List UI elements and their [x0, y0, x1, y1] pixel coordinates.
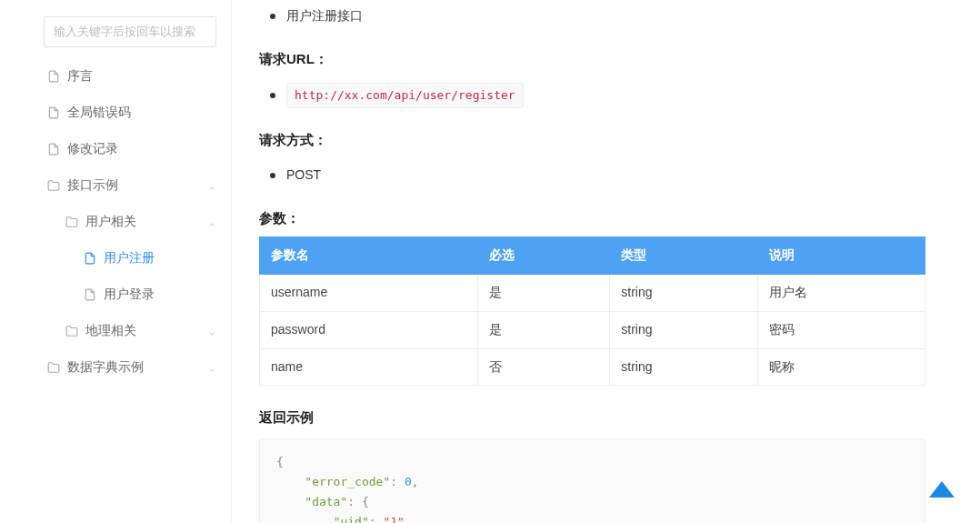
sidebar-item[interactable]: 修改记录	[0, 131, 231, 167]
request-method: POST	[286, 165, 321, 186]
code-token: ,	[412, 475, 419, 488]
table-cell: 否	[477, 348, 610, 386]
table-header-row: 参数名必选类型说明	[260, 237, 925, 275]
request-url: http://xx.com/api/user/register	[286, 83, 524, 108]
sidebar-item-label: 用户注册	[104, 250, 216, 267]
sidebar: 输入关键字后按回车以搜索 序言全局错误码修改记录接口示例用户相关用户注册用户登录…	[0, 0, 232, 523]
section-url-heading: 请求URL：	[259, 47, 925, 71]
file-icon	[47, 106, 60, 119]
code-line: {	[276, 452, 908, 472]
content: 用户注册接口 请求URL： http://xx.com/api/user/reg…	[232, 0, 980, 523]
sidebar-item[interactable]: 接口示例	[0, 167, 231, 204]
url-row: http://xx.com/api/user/register	[259, 77, 925, 114]
code-token	[276, 495, 305, 508]
table-cell: 密码	[757, 311, 925, 348]
section-response-heading: 返回示例	[259, 406, 925, 429]
file-icon	[47, 143, 60, 156]
sidebar-item[interactable]: 数据字典示例	[0, 349, 231, 386]
table-cell: 昵称	[757, 348, 925, 386]
table-header-cell: 必选	[477, 237, 610, 275]
code-token: "uid"	[334, 515, 369, 523]
params-table: 参数名必选类型说明 username是string用户名password是str…	[259, 236, 925, 386]
code-token: :	[390, 475, 405, 488]
folder-icon	[65, 216, 78, 228]
sidebar-item-label: 数据字典示例	[67, 359, 207, 376]
folder-icon	[47, 361, 60, 374]
method-row: POST	[259, 159, 925, 192]
table-row: username是string用户名	[260, 274, 925, 311]
file-icon	[84, 288, 96, 301]
intro-bullet-row: 用户注册接口	[259, 0, 925, 33]
bullet-icon	[270, 14, 275, 19]
file-icon	[47, 70, 60, 83]
code-token: : {	[347, 495, 368, 508]
chevron-down-icon	[207, 327, 216, 336]
back-to-top-button[interactable]	[929, 481, 955, 498]
table-cell: 是	[477, 311, 610, 348]
table-row: password是string密码	[260, 311, 925, 348]
bullet-icon	[270, 173, 275, 178]
sidebar-item-label: 接口示例	[67, 177, 207, 194]
sidebar-item-label: 全局错误码	[67, 105, 216, 121]
sidebar-item-label: 用户登录	[104, 287, 216, 303]
table-cell: 是	[477, 274, 610, 311]
section-method-heading: 请求方式：	[259, 128, 925, 152]
sidebar-item[interactable]: 用户注册	[0, 240, 231, 277]
table-cell: password	[260, 311, 478, 348]
table-cell: username	[260, 274, 478, 311]
bullet-icon	[270, 93, 275, 98]
code-token	[276, 475, 305, 488]
sidebar-item-label: 地理相关	[85, 323, 207, 339]
code-token: "error_code"	[305, 475, 390, 488]
code-token: :	[369, 515, 384, 523]
search-input[interactable]: 输入关键字后按回车以搜索	[44, 16, 216, 47]
sidebar-item[interactable]: 序言	[0, 58, 231, 95]
table-row: name否string昵称	[260, 348, 925, 386]
sidebar-item-label: 修改记录	[67, 141, 216, 157]
code-line: "error_code": 0,	[276, 472, 908, 492]
sidebar-item[interactable]: 地理相关	[0, 313, 231, 349]
chevron-up-icon	[207, 217, 216, 226]
table-cell: string	[610, 311, 758, 348]
sidebar-item[interactable]: 用户相关	[0, 204, 231, 240]
sidebar-item-label: 用户相关	[85, 214, 207, 230]
response-codeblock: { "error_code": 0, "data": { "uid": "1",…	[259, 438, 925, 523]
table-cell: string	[610, 274, 758, 311]
table-cell: string	[610, 348, 758, 386]
search-placeholder: 输入关键字后按回车以搜索	[54, 24, 195, 40]
section-params-heading: 参数：	[259, 206, 925, 230]
folder-icon	[47, 179, 60, 192]
code-token: ,	[405, 515, 412, 523]
code-token: {	[276, 455, 284, 468]
sidebar-item-label: 序言	[67, 68, 216, 85]
chevron-down-icon	[207, 363, 216, 372]
table-cell: 用户名	[757, 274, 925, 311]
code-line: "data": {	[276, 492, 908, 512]
sidebar-item[interactable]: 全局错误码	[0, 95, 231, 131]
table-cell: name	[260, 348, 478, 386]
chevron-up-icon	[207, 181, 216, 190]
intro-bullet: 用户注册接口	[286, 5, 363, 27]
code-line: "uid": "1",	[276, 512, 908, 523]
code-token: "data"	[305, 495, 347, 508]
sidebar-item[interactable]: 用户登录	[0, 277, 231, 313]
table-header-cell: 参数名	[260, 237, 478, 275]
table-header-cell: 说明	[757, 237, 925, 275]
folder-icon	[65, 325, 78, 337]
code-token: 0	[405, 475, 412, 488]
nav-list: 序言全局错误码修改记录接口示例用户相关用户注册用户登录地理相关数据字典示例	[0, 58, 231, 386]
file-icon	[84, 252, 96, 265]
table-header-cell: 类型	[610, 237, 758, 275]
code-token: "1"	[383, 515, 404, 523]
code-token	[276, 515, 334, 523]
